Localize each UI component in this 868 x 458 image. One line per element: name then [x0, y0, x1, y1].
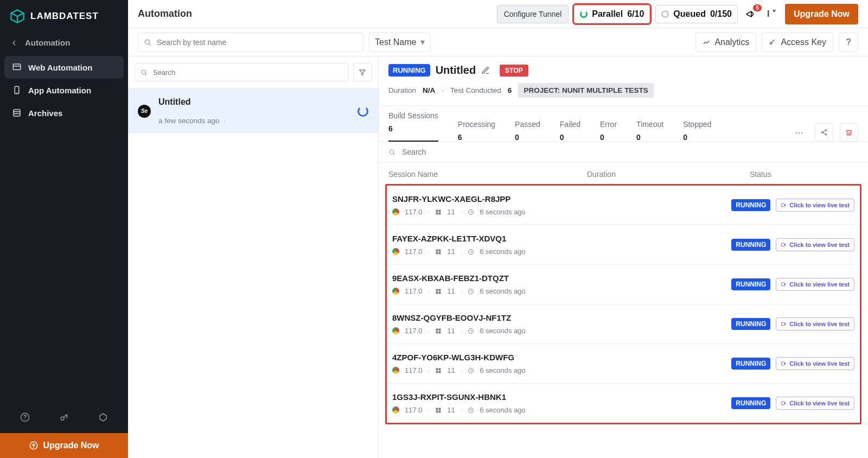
search-tests-input[interactable]	[157, 38, 358, 47]
stat-error[interactable]: Error0	[600, 120, 617, 142]
notifications-badge: 5	[753, 4, 762, 11]
svg-point-15	[145, 40, 149, 44]
notifications-button[interactable]: 5	[743, 7, 758, 22]
topbar: Automation Configure Tunnel Parallel 6/1…	[128, 0, 868, 28]
builds-search[interactable]	[135, 63, 349, 81]
search-icon	[144, 39, 151, 46]
clock-icon	[468, 209, 474, 215]
svg-rect-59	[439, 410, 441, 412]
svg-rect-46	[436, 331, 438, 333]
access-key-button[interactable]: Access Key	[762, 33, 833, 52]
svg-point-11	[61, 417, 64, 420]
svg-point-24	[390, 150, 394, 154]
edit-icon[interactable]	[481, 66, 490, 75]
build-item[interactable]: SeUntitleda few seconds ago ·	[128, 88, 378, 133]
view-live-test-button[interactable]: Click to view live test	[776, 357, 854, 370]
session-status-badge: RUNNING	[731, 397, 770, 409]
configure-tunnel-button[interactable]: Configure Tunnel	[497, 5, 569, 23]
search-tests[interactable]	[138, 33, 363, 52]
svg-rect-29	[439, 212, 441, 214]
stat-stopped[interactable]: Stopped0	[683, 120, 711, 142]
svg-rect-43	[782, 283, 785, 286]
session-row[interactable]: 1GS3J-RXPIT-SGUNX-HBNK1117.0·11·6 second…	[387, 383, 860, 423]
sidebar: LAMBDATEST Automation Web AutomationApp …	[0, 0, 128, 458]
build-title: Untitled	[436, 64, 476, 77]
stat-passed[interactable]: Passed0	[515, 120, 540, 142]
clock-icon	[468, 249, 474, 255]
subbar: Test Name ▾ Analytics Access Key ?	[128, 28, 868, 56]
sidebar-nav: Web AutomationApp AutomationArchives	[0, 54, 128, 126]
stat-timeout[interactable]: Timeout0	[636, 120, 663, 142]
builds-search-input[interactable]	[153, 68, 343, 77]
session-row[interactable]: FAYEX-AZPKK-LE1TT-XDVQ1117.0·11·6 second…	[387, 225, 860, 264]
sidebar-item-app-automation[interactable]: App Automation	[4, 79, 124, 101]
view-live-test-button[interactable]: Click to view live test	[776, 397, 854, 410]
svg-marker-12	[100, 414, 106, 421]
sidebar-section-header[interactable]: Automation	[0, 31, 128, 54]
svg-rect-53	[439, 371, 441, 373]
chrome-icon	[392, 406, 399, 414]
session-status-badge: RUNNING	[731, 358, 770, 370]
project-chip: PROJECT: NUNIT MULTIPLE TESTS	[518, 83, 653, 98]
sidebar-item-web-automation[interactable]: Web Automation	[4, 56, 124, 79]
stat-failed[interactable]: Failed0	[560, 120, 580, 142]
parallel-ring-icon	[580, 10, 588, 18]
share-button[interactable]	[815, 123, 833, 142]
loading-spinner-icon	[358, 106, 368, 117]
key-icon[interactable]	[58, 411, 70, 423]
svg-rect-61	[782, 402, 785, 405]
live-icon	[781, 321, 786, 327]
user-menu[interactable]: I ˅	[764, 9, 780, 19]
session-row[interactable]: 8WNSZ-QGYFB-EOOVJ-NF1TZ117.0·11·6 second…	[387, 304, 860, 344]
parallel-label: Parallel	[592, 9, 623, 19]
sidebar-upgrade-button[interactable]: Upgrade Now	[0, 433, 128, 458]
sidebar-bottom-icons	[0, 402, 128, 433]
sidebar-section-label: Automation	[25, 38, 70, 47]
cube-icon[interactable]	[97, 411, 109, 423]
svg-rect-37	[782, 243, 785, 246]
help-button[interactable]: ?	[839, 33, 858, 52]
parallel-indicator[interactable]: Parallel 6/10	[574, 5, 650, 23]
analytics-button[interactable]: Analytics	[695, 33, 756, 52]
chrome-icon	[392, 327, 399, 334]
session-row[interactable]: 9EASX-KBXAB-FEBZ1-DTQZT117.0·11·6 second…	[387, 264, 860, 304]
detail-header: RUNNING Untitled STOP Duration N/A · Tes…	[379, 56, 868, 106]
view-live-test-button[interactable]: Click to view live test	[776, 238, 854, 251]
sidebar-item-archives[interactable]: Archives	[4, 101, 124, 124]
builds-filter-button[interactable]	[353, 63, 372, 81]
svg-point-10	[24, 419, 25, 420]
session-status-badge: RUNNING	[731, 278, 770, 290]
sidebar-upgrade-label: Upgrade Now	[43, 441, 99, 450]
svg-rect-38	[436, 289, 438, 291]
session-row[interactable]: 4ZPOF-YO6KP-WLG3H-KDWFG117.0·11·6 second…	[387, 344, 860, 383]
main-panels: SeUntitleda few seconds ago · RUNNING Un…	[128, 56, 868, 458]
svg-rect-31	[782, 203, 785, 207]
view-live-test-button[interactable]: Click to view live test	[776, 199, 854, 212]
share-icon	[820, 129, 828, 136]
chrome-icon	[392, 288, 399, 295]
windows-icon	[435, 288, 442, 295]
svg-rect-6	[14, 110, 20, 116]
more-button[interactable]: ⋯	[790, 123, 808, 142]
stats-tabs: Build Sessions6Processing6Passed0Failed0…	[379, 106, 868, 142]
queued-indicator[interactable]: Queued 0/150	[655, 5, 738, 23]
search-icon	[141, 69, 148, 76]
help-icon[interactable]	[19, 411, 31, 423]
sessions-search-input[interactable]	[402, 148, 858, 156]
stat-build-sessions[interactable]: Build Sessions6	[388, 111, 438, 142]
sessions-header: Session Name Duration Status	[379, 162, 868, 184]
svg-point-17	[770, 42, 773, 44]
svg-rect-52	[436, 371, 438, 373]
stop-button[interactable]: STOP	[500, 65, 528, 77]
view-live-test-button[interactable]: Click to view live test	[776, 317, 854, 330]
stat-processing[interactable]: Processing6	[458, 120, 495, 142]
view-live-test-button[interactable]: Click to view live test	[776, 278, 854, 291]
test-name-select[interactable]: Test Name ▾	[369, 33, 431, 52]
svg-rect-40	[436, 291, 438, 294]
session-row[interactable]: SNJFR-YLKWC-XAEGL-R8JPP117.0·11·6 second…	[387, 186, 860, 225]
svg-rect-32	[436, 249, 438, 251]
live-icon	[781, 400, 786, 406]
brand-text: LAMBDATEST	[30, 11, 99, 22]
upgrade-now-button[interactable]: Upgrade Now	[785, 4, 858, 24]
delete-button[interactable]	[840, 123, 858, 142]
